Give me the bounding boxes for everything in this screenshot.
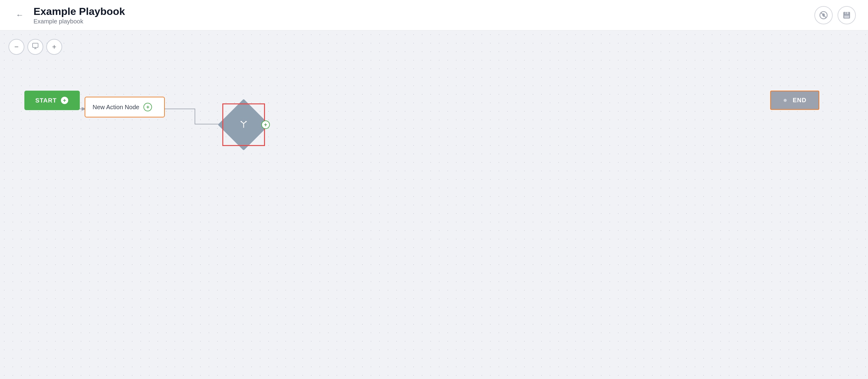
- decision-node[interactable]: +: [222, 103, 265, 146]
- zoom-in-button[interactable]: +: [46, 39, 62, 55]
- header: ← Example Playbook Example playbook: [0, 0, 868, 30]
- zoom-out-button[interactable]: −: [8, 39, 24, 55]
- decision-icon: [238, 119, 249, 130]
- action-node-label: New Action Node: [93, 104, 139, 111]
- connections-svg: [0, 30, 868, 379]
- fit-button[interactable]: [27, 39, 43, 55]
- title-block: Example Playbook Example playbook: [33, 5, 125, 25]
- end-node-inner: END: [770, 91, 819, 110]
- end-label: END: [793, 97, 806, 104]
- action-node[interactable]: New Action Node +: [85, 97, 165, 117]
- disable-button[interactable]: [814, 6, 833, 24]
- canvas-toolbar: − +: [8, 39, 62, 55]
- end-connector: [783, 98, 787, 103]
- page-title: Example Playbook: [33, 5, 125, 18]
- fit-icon: [32, 42, 39, 49]
- back-button[interactable]: ←: [12, 8, 27, 23]
- svg-rect-7: [33, 43, 38, 47]
- action-add-button[interactable]: +: [144, 103, 152, 111]
- svg-line-12: [244, 122, 246, 124]
- start-label: START: [35, 97, 57, 104]
- start-node-inner: START +: [24, 91, 80, 110]
- decision-icon-container: [238, 119, 249, 130]
- save-icon: [842, 11, 851, 20]
- svg-rect-6: [844, 15, 849, 18]
- header-actions: [814, 6, 856, 24]
- svg-line-11: [241, 122, 244, 124]
- action-node-inner: New Action Node +: [85, 97, 165, 117]
- save-button[interactable]: [838, 6, 856, 24]
- svg-rect-2: [823, 16, 824, 17]
- page-subtitle: Example playbook: [33, 18, 125, 25]
- decision-outer: +: [222, 103, 265, 146]
- disable-icon: [819, 11, 828, 20]
- decision-add-button[interactable]: +: [261, 120, 270, 129]
- svg-rect-5: [846, 12, 847, 14]
- canvas[interactable]: − + START + New Action Nod: [0, 30, 868, 379]
- start-add-button[interactable]: +: [60, 96, 69, 105]
- start-node: START +: [24, 91, 80, 110]
- end-node: END: [770, 91, 819, 110]
